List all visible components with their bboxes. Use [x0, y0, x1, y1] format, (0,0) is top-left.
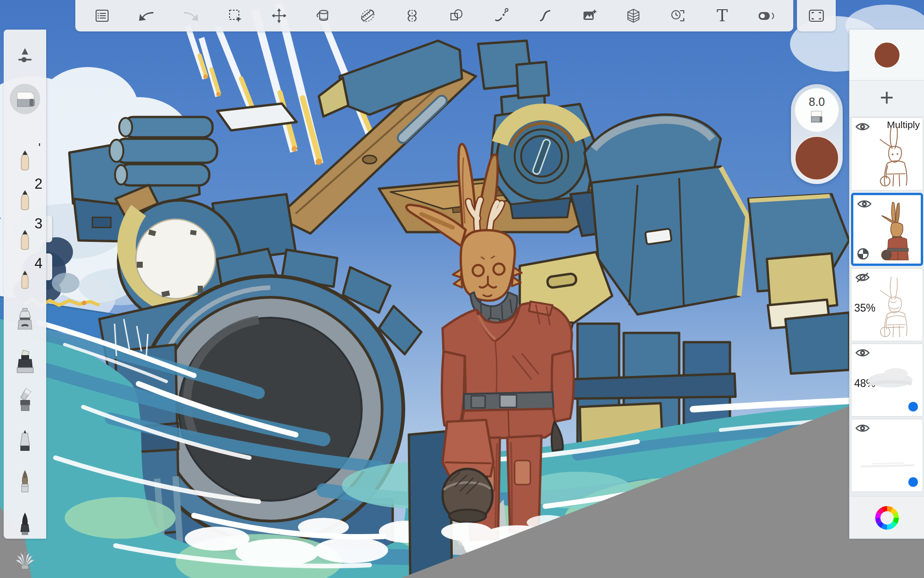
brush-size-color-widget: 8.0: [791, 84, 843, 184]
color-swatch-section: [850, 30, 924, 80]
tool-ballpoint-pen[interactable]: [4, 427, 46, 457]
top-toolbar: T: [75, 0, 793, 31]
app-window: T: [0, 0, 924, 578]
fullscreen-icon: [808, 8, 825, 24]
layer-row-3[interactable]: 35%: [851, 268, 923, 341]
interface-toggle-button[interactable]: [756, 6, 777, 26]
tool-eraser[interactable]: [4, 84, 46, 114]
layer-thumbnail-rough-sketch: [868, 272, 919, 338]
layer-row-2[interactable]: [851, 193, 923, 266]
menu-button[interactable]: [92, 6, 112, 26]
text-tool-glyph: T: [717, 7, 728, 24]
layer-marker-blue-dot[interactable]: [908, 402, 918, 412]
pencil-icon: [18, 150, 32, 172]
stroke-stabilizer-button[interactable]: [491, 6, 511, 26]
tool-pencil-1[interactable]: ': [4, 146, 46, 176]
import-image-button[interactable]: [579, 6, 600, 26]
add-layer-label: +: [880, 86, 894, 110]
pencil-icon: [18, 229, 32, 252]
brush-size-indicator[interactable]: 8.0: [795, 88, 839, 132]
tool-marker-flat[interactable]: [4, 385, 46, 414]
tool-marker-chisel[interactable]: [4, 347, 46, 376]
color-wheel-icon[interactable]: [874, 505, 900, 531]
layer-row-4[interactable]: 48%: [851, 344, 923, 417]
paint-bucket-icon: [315, 8, 332, 24]
add-image-icon: [582, 8, 597, 24]
pencil-icon: [18, 270, 31, 290]
fill-tool-button[interactable]: [313, 6, 334, 26]
canvas-rotation-reset-icon[interactable]: [456, 532, 471, 547]
text-tool-button[interactable]: T: [712, 6, 732, 26]
menu-icon: [94, 8, 110, 24]
pencil-3-label: 3: [35, 215, 43, 232]
perspective-grid-button[interactable]: [623, 6, 644, 26]
undo-icon: [138, 8, 155, 24]
interface-toggle-icon: [757, 8, 776, 24]
ruler-tool-button[interactable]: [358, 6, 378, 26]
pencil-1-label: ': [38, 141, 41, 155]
layer-thumbnail-colored: [870, 199, 921, 262]
layer-row-1[interactable]: Multiply: [851, 117, 923, 191]
symmetry-icon: [404, 8, 420, 24]
add-layer-button[interactable]: +: [850, 81, 924, 117]
pencil-2-label: 2: [35, 176, 43, 192]
sidebar-pull-tab-2[interactable]: [46, 253, 52, 280]
tool-ink-pen[interactable]: [4, 510, 46, 539]
redo-button[interactable]: [181, 6, 201, 26]
brush-settings-icon: [16, 47, 34, 64]
current-color-indicator[interactable]: [795, 136, 839, 180]
eraser-icon: [807, 110, 827, 125]
fullscreen-toolbar-group: [797, 0, 836, 31]
brush-settings-button[interactable]: [4, 41, 46, 70]
ruler-icon: [359, 7, 376, 24]
pencil-4-label: 4: [35, 255, 43, 272]
lazy-stroke-icon: [493, 8, 509, 24]
layer-marker-blue-dot[interactable]: [908, 477, 918, 487]
airbrush-icon: [16, 307, 34, 332]
sidebar-pull-tab-1[interactable]: [46, 215, 52, 242]
timelapse-button[interactable]: [668, 6, 688, 26]
chisel-marker-icon: [15, 349, 35, 374]
tool-round-brush[interactable]: [4, 468, 46, 498]
ballpoint-pen-icon: [17, 429, 33, 455]
shapes-tool-button[interactable]: [446, 6, 467, 26]
tool-pencil-3[interactable]: 3: [4, 226, 46, 255]
shapes-icon: [449, 8, 464, 24]
curve-icon: [537, 8, 553, 24]
layer-thumbnail-lineart: [868, 122, 919, 187]
undo-button[interactable]: [136, 6, 157, 26]
tool-fan-brush[interactable]: [4, 545, 46, 575]
ink-pen-icon: [18, 512, 32, 536]
brush-size-value: 8.0: [809, 95, 825, 109]
tool-pencil-4[interactable]: 4: [4, 265, 46, 295]
fan-brush-icon: [14, 551, 36, 569]
pencil-icon: [18, 190, 32, 212]
curve-tool-button[interactable]: [535, 6, 555, 26]
marquee-select-icon: [227, 8, 243, 24]
tool-airbrush[interactable]: [4, 305, 46, 335]
color-wheel-section: [850, 496, 924, 539]
transform-tool-button[interactable]: [269, 6, 289, 26]
canvas-artwork[interactable]: [0, 0, 924, 578]
flat-marker-icon: [17, 387, 33, 412]
layers-panel: + Multiply: [849, 30, 924, 539]
alpha-lock-icon[interactable]: [857, 248, 869, 260]
perspective-grid-icon: [626, 8, 641, 24]
select-tool-button[interactable]: [225, 6, 245, 26]
brush-sidebar: ' 2 3 4: [4, 30, 46, 539]
tool-pencil-2[interactable]: 2: [4, 186, 46, 215]
layer-row-5[interactable]: [851, 419, 923, 492]
eraser-icon: [14, 90, 36, 108]
fullscreen-button[interactable]: [806, 6, 827, 26]
redo-icon: [182, 8, 199, 24]
round-brush-icon: [18, 470, 32, 496]
current-color-swatch[interactable]: [874, 42, 900, 68]
symmetry-tool-button[interactable]: [402, 6, 422, 26]
timelapse-icon: [670, 8, 686, 24]
move-icon: [271, 8, 287, 24]
